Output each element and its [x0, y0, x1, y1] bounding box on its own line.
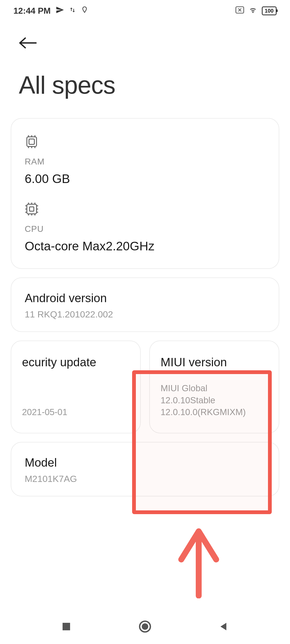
status-right: 100	[235, 6, 277, 16]
cpu-value: Octa-core Max2.20GHz	[25, 239, 265, 253]
security-update-card[interactable]: ecurity update 2021-05-01	[11, 341, 141, 433]
status-time: 12:44 PM	[13, 6, 51, 16]
back-button[interactable]	[19, 35, 37, 52]
security-update-title: ecurity update	[22, 356, 129, 369]
svg-rect-1	[27, 137, 37, 147]
svg-rect-23	[63, 623, 70, 630]
data-sync-icon	[69, 6, 76, 15]
android-version-card[interactable]: Android version 11 RKQ1.201022.002	[11, 277, 279, 332]
row-security-miui: ecurity update 2021-05-01 MIUI version M…	[11, 341, 279, 433]
cpu-spec: CPU Octa-core Max2.20GHz	[25, 202, 265, 253]
battery-icon: 100	[262, 6, 277, 15]
no-sim-icon	[235, 6, 244, 16]
miui-version-value: MIUI Global 12.0.10Stable 12.0.10.0(RKGM…	[161, 382, 268, 418]
svg-rect-10	[30, 207, 34, 211]
system-nav-bar	[0, 609, 290, 644]
annotation-arrow-icon	[166, 523, 231, 598]
app-bar	[0, 21, 290, 60]
svg-point-25	[142, 623, 148, 630]
svg-rect-9	[27, 204, 37, 214]
wifi-icon	[248, 6, 258, 16]
nav-recents-button[interactable]	[60, 620, 73, 633]
nav-home-button[interactable]	[138, 620, 152, 633]
cpu-label: CPU	[25, 224, 265, 234]
status-left: 12:44 PM	[13, 6, 88, 16]
page-title: All specs	[0, 60, 290, 118]
battery-level: 100	[265, 8, 274, 14]
miui-line1: MIUI Global	[161, 383, 207, 393]
svg-rect-2	[29, 139, 34, 144]
hardware-card[interactable]: RAM 6.00 GB CPU Octa-core Max2.20GHz	[11, 118, 279, 269]
android-version-value: 11 RKQ1.201022.002	[25, 309, 265, 320]
location-icon	[81, 6, 88, 16]
miui-version-card[interactable]: MIUI version MIUI Global 12.0.10Stable 1…	[149, 341, 279, 433]
nav-back-button[interactable]	[217, 620, 230, 633]
ram-spec: RAM 6.00 GB	[25, 135, 265, 186]
security-update-value: 2021-05-01	[22, 406, 129, 418]
android-version-title: Android version	[25, 291, 265, 305]
ram-label: RAM	[25, 157, 265, 167]
miui-line3: 12.0.10.0(RKGMIXM)	[161, 407, 246, 417]
ram-value: 6.00 GB	[25, 171, 265, 186]
telegram-icon	[56, 6, 64, 16]
ram-icon	[25, 135, 39, 149]
miui-line2: 12.0.10Stable	[161, 395, 215, 405]
status-bar: 12:44 PM 100	[0, 0, 290, 21]
cpu-icon	[25, 202, 39, 216]
content-scroll[interactable]: RAM 6.00 GB CPU Octa-core Max2.20GHz And…	[0, 118, 290, 496]
model-title: Model	[25, 456, 265, 469]
model-card[interactable]: Model M2101K7AG	[11, 442, 279, 496]
miui-version-title: MIUI version	[161, 356, 268, 369]
model-value: M2101K7AG	[25, 474, 265, 484]
